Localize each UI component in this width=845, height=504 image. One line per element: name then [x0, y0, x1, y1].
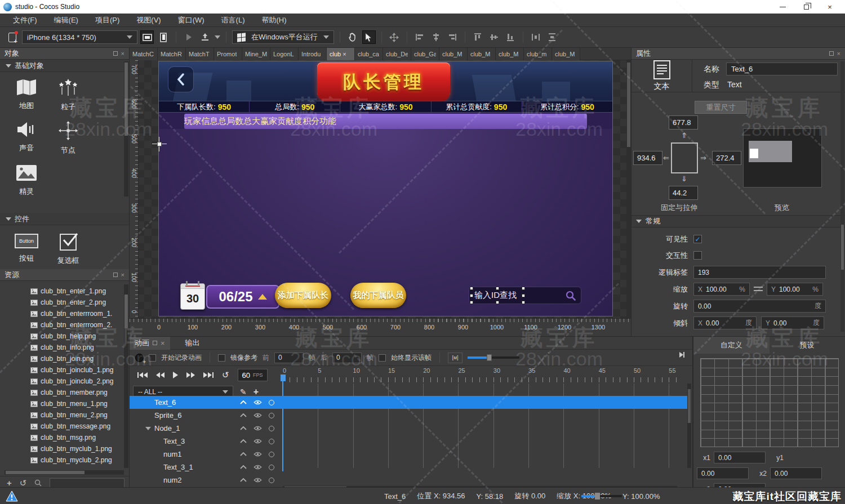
menu-item[interactable]: 帮助(H)	[253, 14, 295, 27]
eye-icon[interactable]	[254, 465, 262, 470]
keyframe-toggle-icon[interactable]	[269, 439, 274, 444]
always-show-frame-checkbox[interactable]	[379, 354, 386, 362]
document-tab[interactable]: MatchT	[186, 48, 214, 60]
float-panel-icon[interactable]	[113, 273, 118, 277]
skip-end-icon[interactable]	[203, 372, 214, 378]
resource-item[interactable]: club_btn_message.png	[0, 421, 129, 432]
skip-start-icon[interactable]	[137, 372, 148, 378]
float-panel-icon[interactable]	[829, 51, 834, 56]
track-row-sprite6[interactable]: Sprite_6	[130, 409, 687, 422]
canvas-zoom-slider[interactable]	[581, 495, 622, 497]
menu-item[interactable]: 项目(P)	[87, 14, 128, 27]
object-checkbox[interactable]: 复选框	[47, 234, 89, 266]
menu-item[interactable]: 窗口(W)	[170, 14, 213, 27]
document-tab[interactable]: MatchR	[158, 48, 186, 60]
play-icon[interactable]	[173, 372, 178, 378]
menu-item[interactable]: 语言(L)	[213, 14, 254, 27]
edit-animation-icon[interactable]: ✎	[240, 387, 247, 396]
rotate-input[interactable]: 0.00度	[693, 300, 826, 313]
close-panel-icon[interactable]: ×	[121, 271, 124, 278]
document-tab[interactable]: Promot	[214, 48, 242, 60]
eye-icon[interactable]	[254, 478, 262, 483]
scale-tool-icon[interactable]: T	[388, 30, 401, 44]
keyframe-toggle-icon[interactable]	[269, 465, 274, 470]
keyframe-toggle-icon[interactable]	[269, 478, 274, 483]
document-tab[interactable]: LogonL	[270, 48, 299, 60]
document-tab[interactable]: club_M	[439, 48, 468, 60]
x1-input[interactable]: 0.00	[714, 452, 766, 463]
tag-input[interactable]: 193	[693, 266, 826, 279]
anchor-bottom-input[interactable]: 44.2	[669, 186, 698, 200]
tab-custom-easing[interactable]: 自定义	[693, 337, 770, 354]
x2-input[interactable]: 0.00	[770, 467, 822, 479]
chevron-up-icon[interactable]	[240, 452, 247, 456]
portrait-orientation-button[interactable]	[157, 30, 170, 44]
float-panel-icon[interactable]	[113, 51, 118, 56]
align-bottom-icon[interactable]	[504, 30, 517, 44]
chevron-up-icon[interactable]	[240, 439, 247, 443]
search-icon[interactable]	[566, 291, 576, 301]
resource-item[interactable]: club_btn_menu_1.png	[0, 398, 129, 409]
chevron-up-icon[interactable]	[240, 478, 247, 482]
document-tab[interactable]: club_m	[524, 48, 552, 60]
resources-hscrollbar[interactable]	[5, 470, 124, 475]
resource-item[interactable]: club_btn_menu_2.png	[0, 409, 129, 421]
resource-item[interactable]: club_btn_msg.png	[0, 432, 129, 443]
distribute-h-icon[interactable]	[529, 30, 542, 44]
next-frame-icon[interactable]	[186, 372, 195, 378]
document-tab[interactable]: club_Ga	[411, 48, 439, 60]
menu-item[interactable]: 文件(F)	[5, 14, 46, 27]
publish-icon[interactable]	[198, 30, 212, 44]
record-animation-checkbox[interactable]	[149, 354, 156, 362]
skew-y-input[interactable]: Y0.00度	[761, 316, 824, 329]
menu-item[interactable]: 视图(V)	[128, 14, 169, 27]
align-top-icon[interactable]	[471, 30, 484, 44]
keyframe-toggle-icon[interactable]	[269, 413, 274, 418]
align-hcenter-icon[interactable]	[429, 30, 443, 44]
prev-frame-icon[interactable]	[156, 372, 164, 378]
scale-x-input[interactable]: X100.00%	[693, 283, 750, 296]
object-map[interactable]: 地图	[6, 79, 47, 112]
resource-item[interactable]: club_btn_info.png	[0, 342, 129, 353]
play-button[interactable]	[182, 30, 195, 44]
expand-node-icon[interactable]	[145, 427, 151, 430]
resource-item[interactable]: club_btn_enter_1.png	[0, 286, 129, 297]
resource-item[interactable]: club_btn_enterrroom_1.	[0, 308, 129, 319]
keyframe-toggle-icon[interactable]	[269, 400, 274, 405]
anchor-center-box[interactable]	[671, 142, 698, 173]
align-right-icon[interactable]	[446, 30, 459, 44]
resource-item[interactable]: club_btn_enterrroom_2.	[0, 319, 129, 331]
y1-input[interactable]: 0.00	[697, 467, 749, 479]
track-row-text3-1[interactable]: Text_3_1	[130, 461, 687, 474]
scale-y-input[interactable]: Y100.00%	[767, 283, 823, 296]
landscape-orientation-button[interactable]	[140, 30, 154, 44]
resource-item[interactable]: club_btn_member.png	[0, 387, 129, 398]
track-row-text6[interactable]: Text_6	[130, 396, 687, 409]
name-input[interactable]: Text_6	[726, 63, 838, 75]
tab-output[interactable]: 输出	[180, 337, 205, 350]
keyframe-toggle-icon[interactable]	[269, 426, 274, 431]
frame-ruler[interactable]: 0510152025303540455055	[282, 367, 685, 383]
resource-item[interactable]: club_btn_join.png	[0, 353, 129, 364]
close-panel-icon[interactable]: ×	[161, 339, 165, 347]
track-row-num2[interactable]: num2	[130, 474, 687, 487]
align-vcenter-icon[interactable]	[487, 30, 501, 44]
chevron-up-icon[interactable]	[240, 400, 247, 404]
align-left-icon[interactable]	[413, 30, 426, 44]
object-node[interactable]: 节点	[47, 121, 89, 155]
chevron-up-icon[interactable]	[240, 413, 247, 417]
controls-section[interactable]: 控件	[0, 213, 129, 225]
close-panel-icon[interactable]: ×	[121, 50, 124, 57]
document-tab[interactable]: club_M	[468, 48, 496, 60]
resource-item[interactable]: club_btn_myclub_1.png	[0, 443, 129, 454]
tab-close-icon[interactable]: ×	[343, 51, 346, 57]
restore-button[interactable]	[794, 1, 818, 13]
track-row-text3[interactable]: Text_3	[130, 435, 687, 448]
refresh-resources-button[interactable]: ↺	[20, 478, 27, 488]
resource-item[interactable]: club_btn_joinclub_1.png	[0, 364, 129, 376]
resource-item[interactable]: club_btn_help.png	[0, 331, 129, 342]
timeline-vscrollbar[interactable]	[687, 383, 691, 468]
run-platform-select[interactable]: 在Windows平台运行	[232, 30, 334, 44]
timeline-zoom-slider[interactable]	[468, 356, 519, 359]
mirror-reference-checkbox[interactable]	[218, 354, 225, 362]
